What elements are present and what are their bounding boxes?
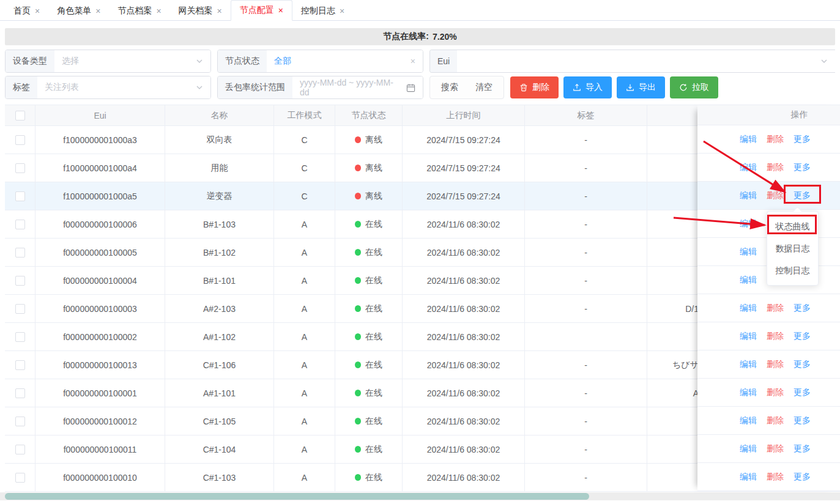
delete-link[interactable]: 删除 xyxy=(767,472,784,483)
cell-name: A#2-103 xyxy=(165,295,274,322)
more-link[interactable]: 更多 xyxy=(794,190,811,201)
edit-link[interactable]: 编辑 xyxy=(740,303,757,314)
delete-link[interactable]: 删除 xyxy=(767,303,784,314)
clear-icon[interactable]: × xyxy=(411,56,415,66)
row-actions: 编辑删除更多 xyxy=(697,463,840,491)
cell-time: 2024/11/6 08:30:02 xyxy=(403,267,525,294)
tab-close-icon[interactable]: × xyxy=(156,6,161,16)
menu-item-数据日志[interactable]: 数据日志 xyxy=(767,237,818,259)
more-link[interactable]: 更多 xyxy=(794,303,811,314)
delete-link[interactable]: 删除 xyxy=(767,359,784,370)
select-all-checkbox[interactable] xyxy=(15,111,25,120)
cell-extra xyxy=(647,407,702,435)
cell-mode: A xyxy=(274,379,335,407)
tab-首页[interactable]: 首页× xyxy=(5,1,48,21)
tab-控制日志[interactable]: 控制日志× xyxy=(292,1,353,21)
row-checkbox[interactable] xyxy=(15,248,25,258)
node-status-value: 全部 xyxy=(274,56,406,67)
edit-link[interactable]: 编辑 xyxy=(740,246,757,258)
cell-tag: - xyxy=(525,407,647,435)
delete-link[interactable]: 删除 xyxy=(767,190,784,201)
tab-网关档案[interactable]: 网关档案× xyxy=(170,1,231,21)
cell-tag: - xyxy=(525,126,647,154)
cell-extra xyxy=(647,267,702,294)
row-checkbox[interactable] xyxy=(15,220,25,229)
cell-name: C#1-104 xyxy=(165,435,274,463)
more-link[interactable]: 更多 xyxy=(794,415,811,426)
tab-close-icon[interactable]: × xyxy=(217,6,222,16)
row-checkbox[interactable] xyxy=(15,135,25,145)
cell-eui: f000000000100013 xyxy=(35,351,165,379)
row-checkbox[interactable] xyxy=(15,473,25,483)
row-checkbox[interactable] xyxy=(15,304,25,314)
loss-range-datepicker[interactable]: 丢包率统计范围 yyyy-MM-dd ~ yyyy-MM-dd xyxy=(217,76,423,99)
clear-button[interactable]: 清空 xyxy=(467,82,501,93)
menu-item-控制日志[interactable]: 控制日志 xyxy=(767,259,818,281)
more-link[interactable]: 更多 xyxy=(794,387,811,398)
edit-link[interactable]: 编辑 xyxy=(740,134,757,145)
device-type-select[interactable]: 设备类型 选择 xyxy=(5,50,211,73)
delete-link[interactable]: 删除 xyxy=(767,134,784,145)
delete-link[interactable]: 删除 xyxy=(767,387,784,398)
tab-close-icon[interactable]: × xyxy=(340,6,344,16)
delete-link[interactable]: 删除 xyxy=(767,415,784,426)
tab-close-icon[interactable]: × xyxy=(35,6,40,16)
node-status-select[interactable]: 节点状态 全部 × xyxy=(217,50,423,73)
eui-select[interactable]: Eui xyxy=(429,50,835,73)
row-checkbox[interactable] xyxy=(15,445,25,454)
download-icon xyxy=(626,83,634,92)
status-text: 在线 xyxy=(365,388,382,399)
edit-link[interactable]: 编辑 xyxy=(740,162,757,173)
row-checkbox[interactable] xyxy=(15,388,25,398)
tab-close-icon[interactable]: × xyxy=(278,6,283,15)
menu-item-状态曲线[interactable]: 状态曲线 xyxy=(767,215,818,237)
delete-link[interactable]: 删除 xyxy=(767,331,784,342)
row-checkbox[interactable] xyxy=(15,417,25,426)
delete-link[interactable]: 删除 xyxy=(767,162,784,173)
more-link[interactable]: 更多 xyxy=(794,359,811,370)
tab-角色菜单[interactable]: 角色菜单× xyxy=(48,1,109,21)
row-checkbox[interactable] xyxy=(15,191,25,201)
online-dot xyxy=(355,446,361,453)
pull-button[interactable]: 拉取 xyxy=(670,76,718,98)
tab-节点档案[interactable]: 节点档案× xyxy=(109,1,169,21)
cell-name: C#1-105 xyxy=(165,407,274,435)
tag-select[interactable]: 标签 关注列表 xyxy=(5,76,211,99)
delete-link[interactable]: 删除 xyxy=(767,443,784,454)
more-link[interactable]: 更多 xyxy=(794,472,811,483)
more-link[interactable]: 更多 xyxy=(794,162,811,173)
row-checkbox[interactable] xyxy=(15,163,25,173)
edit-link[interactable]: 编辑 xyxy=(740,190,757,201)
export-button[interactable]: 导出 xyxy=(617,76,665,98)
more-link[interactable]: 更多 xyxy=(794,443,811,454)
tab-label: 网关档案 xyxy=(179,6,213,17)
row-checkbox[interactable] xyxy=(15,360,25,370)
delete-button[interactable]: 删除 xyxy=(510,76,559,98)
row-checkbox[interactable] xyxy=(15,276,25,286)
scrollbar-thumb[interactable] xyxy=(5,493,589,500)
import-button[interactable]: 导入 xyxy=(563,76,612,98)
col-mode: 工作模式 xyxy=(274,105,335,125)
status-text: 在线 xyxy=(365,444,382,455)
more-link[interactable]: 更多 xyxy=(794,134,811,145)
edit-link[interactable]: 编辑 xyxy=(740,359,757,370)
tab-节点配置[interactable]: 节点配置× xyxy=(231,0,292,21)
edit-link[interactable]: 编辑 xyxy=(740,275,757,286)
row-checkbox[interactable] xyxy=(15,332,25,342)
cell-time: 2024/11/6 08:30:02 xyxy=(403,464,525,491)
edit-link[interactable]: 编辑 xyxy=(740,387,757,398)
edit-link[interactable]: 编辑 xyxy=(740,331,757,342)
edit-link[interactable]: 编辑 xyxy=(740,218,757,229)
more-link[interactable]: 更多 xyxy=(794,331,811,342)
cell-extra xyxy=(647,154,702,182)
cell-extra xyxy=(647,210,702,238)
search-button[interactable]: 搜索 xyxy=(433,82,467,93)
status-text: 离线 xyxy=(365,135,382,146)
edit-link[interactable]: 编辑 xyxy=(740,415,757,426)
edit-link[interactable]: 编辑 xyxy=(740,443,757,454)
cell-tag: - xyxy=(525,267,647,294)
tab-close-icon[interactable]: × xyxy=(95,6,100,16)
row-checkbox-cell xyxy=(5,126,35,154)
eui-label: Eui xyxy=(430,50,457,72)
edit-link[interactable]: 编辑 xyxy=(740,472,757,483)
